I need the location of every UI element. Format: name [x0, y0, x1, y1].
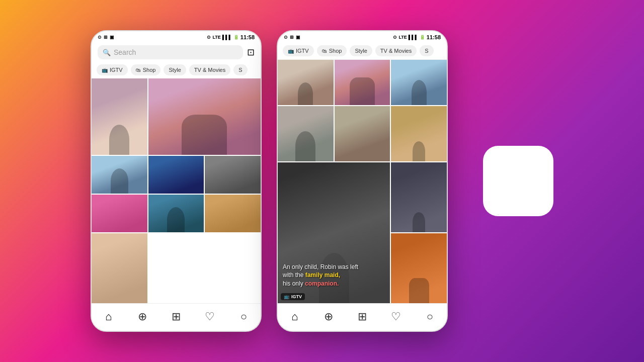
- silhouette-p2-4: [278, 106, 334, 161]
- grid-cell-p2-6[interactable]: [391, 106, 447, 161]
- nav-search-2[interactable]: ⊕: [319, 308, 338, 326]
- grid-cell-p2-1[interactable]: [278, 60, 334, 105]
- phone-2: ⊙ ⊞ ▣ ⊙ LTE ▌▌▌ 🔋 11:58 📺 IGTV 🛍 Shop: [277, 30, 448, 332]
- nav-likes-2[interactable]: ♡: [387, 308, 405, 326]
- tab-style-1[interactable]: Style: [164, 64, 186, 75]
- photo-grid-2: An only child, Robin was left with the f…: [278, 60, 447, 303]
- tab-more-label-2: S: [425, 48, 428, 54]
- grid-cell-p2-igtv[interactable]: An only child, Robin was left with the f…: [278, 162, 390, 303]
- filter-tabs-2: 📺 IGTV 🛍 Shop Style TV & Movies S: [278, 42, 447, 60]
- time-1: 11:58: [240, 34, 255, 40]
- tab-shop-2[interactable]: 🛍 Shop: [317, 45, 347, 56]
- grid-cell-7[interactable]: [148, 195, 204, 232]
- silhouette-2: [148, 78, 261, 155]
- grid-cell-1[interactable]: [92, 78, 147, 155]
- tab-tv-movies-1[interactable]: TV & Movies: [189, 64, 230, 75]
- silhouette-p2-6: [391, 106, 447, 161]
- time-2: 11:58: [427, 34, 441, 40]
- grid-cell-9[interactable]: [92, 233, 147, 303]
- grid-cell-3[interactable]: [92, 156, 147, 194]
- status-bar-1: ⊙ ⊞ ▣ ⊙ LTE ▌▌▌ 🔋 11:58: [92, 31, 261, 42]
- silhouette-1: [92, 78, 147, 155]
- caption-highlight1: family maid,: [305, 272, 340, 279]
- search-icon: 🔍: [103, 49, 111, 56]
- nav-profile-2[interactable]: ○: [421, 308, 439, 326]
- caption-line3-pre: his only: [283, 280, 305, 287]
- tab-shop-label-2: Shop: [329, 48, 342, 54]
- nav-search-1[interactable]: ⊕: [133, 308, 151, 326]
- phone-icon-1: ⊙: [207, 35, 211, 40]
- silhouette-p2-1: [278, 60, 334, 105]
- caption-line2-pre: with the: [283, 272, 305, 279]
- phones-container: ⊙ ⊞ ▣ ⊙ LTE ▌▌▌ 🔋 11:58 🔍 Search ⊡ 📺: [91, 30, 553, 332]
- nav-add-1[interactable]: ⊞: [167, 308, 185, 326]
- tab-igtv-1[interactable]: 📺 IGTV: [97, 64, 128, 75]
- grid-cell-p2-3[interactable]: [391, 60, 447, 105]
- grid-2: An only child, Robin was left with the f…: [278, 60, 447, 303]
- phone-icon-2: ⊙: [393, 35, 397, 40]
- bars-icon-1: ▌▌▌: [222, 35, 232, 40]
- grid-cell-p2-7[interactable]: [391, 162, 447, 232]
- tab-shop-1[interactable]: 🛍 Shop: [131, 64, 161, 75]
- qr-icon[interactable]: ⊡: [247, 47, 255, 58]
- caption-highlight2: companion.: [305, 280, 339, 287]
- igtv-badge-label: IGTV: [291, 294, 302, 299]
- igtv-badge-icon: 📺: [284, 294, 289, 299]
- grid-cell-6[interactable]: [92, 195, 147, 232]
- nav-profile-1[interactable]: ○: [234, 308, 253, 326]
- tab-more-2[interactable]: S: [420, 45, 433, 56]
- search-placeholder: Search: [114, 48, 136, 56]
- grid-cell-p2-8[interactable]: [391, 233, 447, 303]
- nav-add-2[interactable]: ⊞: [353, 308, 371, 326]
- silhouette-p2-3: [391, 60, 447, 105]
- lte-label-2: LTE: [398, 35, 407, 40]
- grid-cell-8[interactable]: [205, 195, 261, 232]
- silhouette-7: [148, 195, 204, 232]
- tab-style-label-2: Style: [355, 48, 367, 54]
- nav-home-2[interactable]: ⌂: [286, 308, 304, 326]
- tab-tv-movies-label-1: TV & Movies: [194, 67, 225, 73]
- svg-point-1: [507, 170, 529, 192]
- instagram-logo-container: [483, 146, 553, 216]
- shop-icon-2: 🛍: [322, 48, 327, 54]
- lte-label-1: LTE: [212, 35, 220, 40]
- instagram-logo-svg: [491, 153, 546, 209]
- nav-home-1[interactable]: ⌂: [100, 308, 118, 326]
- battery-icon-1: 🔋: [233, 35, 239, 40]
- silhouette-p2-2: [335, 60, 390, 105]
- circle-icon-2: ⊙: [284, 35, 288, 40]
- svg-point-2: [529, 164, 535, 170]
- silhouette-p2-8: [391, 233, 447, 303]
- grid-cell-5[interactable]: [205, 156, 261, 194]
- tab-igtv-2[interactable]: 📺 IGTV: [283, 45, 314, 56]
- igtv-icon-2: 📺: [288, 48, 294, 54]
- nav-likes-1[interactable]: ♡: [201, 308, 219, 326]
- grid-cell-4[interactable]: [148, 156, 204, 194]
- grid-cell-p2-4[interactable]: [278, 106, 334, 161]
- tab-more-1[interactable]: S: [233, 64, 247, 75]
- photo-grid-1: [92, 78, 261, 303]
- signal-icon-1: ⊞: [104, 35, 108, 40]
- svg-rect-0: [496, 158, 541, 204]
- grid-cell-p2-5[interactable]: [335, 106, 390, 161]
- status-bar-2: ⊙ ⊞ ▣ ⊙ LTE ▌▌▌ 🔋 11:58: [278, 31, 447, 42]
- grid-cell-p2-2[interactable]: [335, 60, 390, 105]
- search-input-area[interactable]: 🔍 Search: [98, 45, 243, 59]
- grid-cell-2[interactable]: [148, 78, 261, 155]
- battery-icon-2: 🔋: [420, 35, 425, 40]
- igtv-caption: An only child, Robin was left with the f…: [283, 263, 385, 288]
- bottom-nav-2: ⌂ ⊕ ⊞ ♡ ○: [278, 303, 447, 331]
- tab-tv-movies-2[interactable]: TV & Movies: [375, 45, 417, 56]
- bottom-nav-1: ⌂ ⊕ ⊞ ♡ ○: [92, 303, 261, 331]
- silhouette-3: [92, 156, 147, 194]
- instagram-logo: [483, 146, 553, 216]
- wifi-icon-2: ▣: [296, 35, 300, 40]
- tab-more-label-1: S: [238, 67, 242, 73]
- status-left-1: ⊙ ⊞ ▣: [98, 35, 114, 40]
- tab-igtv-label-2: IGTV: [296, 48, 309, 54]
- tab-shop-label-1: Shop: [143, 67, 156, 73]
- tab-style-2[interactable]: Style: [350, 45, 372, 56]
- igtv-badge: 📺 IGTV: [281, 293, 305, 300]
- wifi-icon-1: ▣: [110, 35, 114, 40]
- status-right-1: ⊙ LTE ▌▌▌ 🔋 11:58: [207, 34, 255, 40]
